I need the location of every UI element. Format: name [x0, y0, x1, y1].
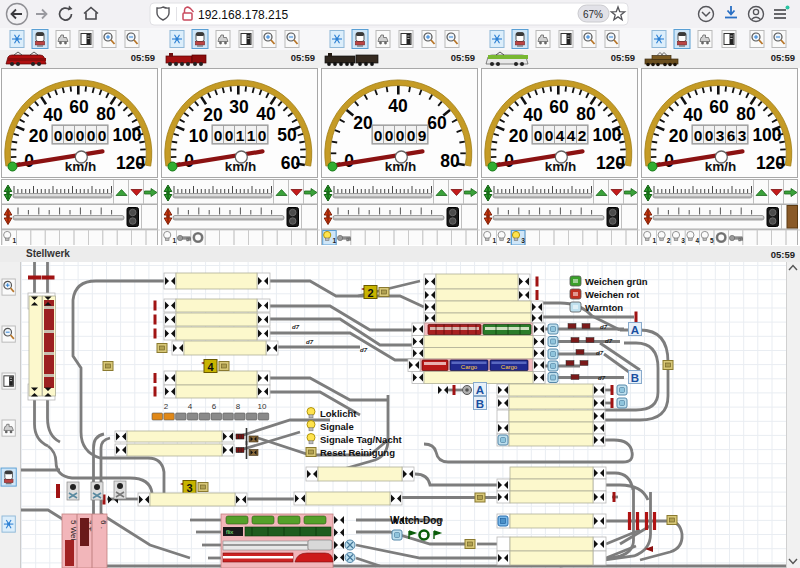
svg-text:0: 0	[545, 127, 554, 144]
svg-text:40: 40	[388, 96, 408, 116]
svg-text:B: B	[631, 372, 639, 384]
svg-text:d7: d7	[598, 375, 606, 381]
svg-text:100: 100	[112, 125, 141, 145]
svg-text:0: 0	[214, 127, 223, 144]
svg-text:B: B	[476, 398, 484, 410]
svg-text:Weichen rot: Weichen rot	[585, 289, 640, 300]
svg-text:Reset Reinigung: Reset Reinigung	[320, 447, 395, 458]
svg-text:1: 1	[12, 237, 16, 244]
svg-text:100: 100	[592, 125, 621, 145]
svg-text:0: 0	[407, 127, 416, 144]
svg-text:20: 20	[509, 126, 529, 146]
svg-text:0: 0	[705, 127, 714, 144]
svg-text:1: 1	[172, 237, 176, 244]
svg-text:0: 0	[374, 127, 383, 144]
svg-text:d7: d7	[605, 338, 613, 344]
svg-text:40: 40	[523, 105, 543, 125]
svg-text:60: 60	[69, 97, 89, 117]
svg-text:192.168.178.215: 192.168.178.215	[198, 8, 288, 22]
svg-text:6 .: 6 .	[99, 520, 108, 529]
svg-text:Cargo: Cargo	[461, 364, 478, 370]
svg-text:Loklicht: Loklicht	[320, 408, 357, 419]
svg-text:80: 80	[96, 104, 116, 124]
svg-text:1: 1	[492, 237, 496, 244]
svg-text:4: 4	[567, 127, 576, 144]
svg-text:30: 30	[229, 97, 249, 117]
svg-text:60: 60	[281, 153, 301, 173]
svg-text:flix: flix	[226, 529, 233, 535]
svg-text:1: 1	[332, 237, 336, 244]
svg-text:Watch-Dog: Watch-Dog	[390, 515, 442, 526]
svg-text:50: 50	[277, 125, 297, 145]
svg-text:120: 120	[596, 153, 625, 173]
svg-text:Warnton: Warnton	[585, 302, 623, 313]
svg-text:4: 4	[207, 361, 214, 373]
svg-text:80: 80	[440, 151, 460, 171]
svg-text:6: 6	[727, 127, 736, 144]
svg-text:60: 60	[427, 113, 447, 133]
svg-text:67%: 67%	[583, 9, 603, 20]
svg-text:0: 0	[98, 127, 107, 144]
svg-text:3: 3	[716, 127, 725, 144]
svg-text:80: 80	[736, 104, 756, 124]
svg-text:0: 0	[694, 127, 703, 144]
svg-text:2: 2	[667, 237, 671, 244]
svg-text:Cargo: Cargo	[501, 364, 518, 370]
svg-text:d7: d7	[306, 339, 314, 345]
svg-text:A: A	[631, 324, 639, 336]
svg-text:2: 2	[578, 127, 587, 144]
svg-text:2: 2	[367, 287, 373, 299]
svg-text:3: 3	[521, 237, 525, 244]
svg-text:0: 0	[65, 127, 74, 144]
svg-text:20: 20	[203, 105, 223, 125]
svg-text:2: 2	[507, 237, 511, 244]
svg-text:20: 20	[29, 126, 49, 146]
svg-text:20: 20	[353, 113, 373, 133]
svg-text:d7: d7	[360, 347, 368, 353]
svg-text:40: 40	[43, 105, 63, 125]
svg-text:4: 4	[556, 127, 565, 144]
svg-text:Weichen grün: Weichen grün	[585, 276, 648, 287]
svg-text:3: 3	[681, 237, 685, 244]
svg-text:d7: d7	[292, 324, 300, 330]
svg-text:d7: d7	[596, 350, 604, 356]
svg-text:9: 9	[418, 127, 427, 144]
svg-text:0: 0	[396, 127, 405, 144]
svg-text:80: 80	[576, 104, 596, 124]
svg-text:3: 3	[186, 482, 192, 494]
svg-text:5: 5	[710, 237, 714, 244]
svg-text:120: 120	[756, 153, 785, 173]
svg-text:Signale: Signale	[320, 421, 354, 432]
svg-text:10: 10	[189, 126, 209, 146]
svg-text:100: 100	[752, 125, 781, 145]
svg-text:10: 10	[258, 402, 267, 411]
svg-text:60: 60	[709, 97, 729, 117]
svg-text:3: 3	[738, 127, 747, 144]
svg-text:1: 1	[247, 127, 256, 144]
svg-text:4: 4	[188, 402, 193, 411]
svg-text:2: 2	[164, 402, 169, 411]
svg-text:6: 6	[212, 402, 217, 411]
svg-text:0: 0	[225, 127, 234, 144]
svg-text:120: 120	[116, 153, 145, 173]
svg-text:A: A	[476, 384, 484, 396]
svg-text:0: 0	[54, 127, 63, 144]
svg-text:1: 1	[652, 237, 656, 244]
svg-text:40: 40	[683, 105, 703, 125]
svg-text:Signale Tag/Nacht: Signale Tag/Nacht	[320, 434, 402, 445]
svg-text:0: 0	[87, 127, 96, 144]
svg-text:8: 8	[236, 402, 241, 411]
svg-text:60: 60	[549, 97, 569, 117]
svg-text:0: 0	[76, 127, 85, 144]
svg-text:0: 0	[258, 127, 267, 144]
svg-text:d7: d7	[600, 324, 608, 330]
svg-text:4: 4	[696, 237, 700, 244]
svg-text:40: 40	[256, 104, 276, 124]
svg-text:1: 1	[236, 127, 245, 144]
svg-text:20: 20	[669, 126, 689, 146]
svg-text:0: 0	[534, 127, 543, 144]
svg-text:0: 0	[385, 127, 394, 144]
